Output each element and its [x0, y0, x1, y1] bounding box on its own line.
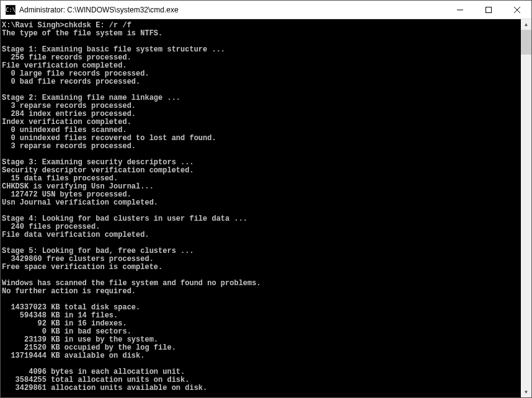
output-line: 92 KB in 16 indexes.	[2, 319, 127, 328]
output-line: 594348 KB in 14 files.	[2, 311, 118, 320]
output-line: No further action is required.	[2, 287, 136, 296]
output-line: 240 files processed.	[2, 223, 100, 231]
scroll-up-button[interactable]: ▲	[521, 19, 531, 30]
output-line: 127472 USN bytes processed.	[2, 190, 131, 199]
minimize-button[interactable]	[446, 1, 474, 19]
output-line: Usn Journal verification completed.	[2, 198, 158, 207]
scroll-down-button[interactable]: ▼	[521, 387, 531, 397]
output-line: 0 KB in bad sectors.	[2, 327, 131, 336]
window-controls	[446, 1, 531, 19]
output-line: 4096 bytes in each allocation unit.	[2, 368, 185, 376]
output-line: 23139 KB in use by the system.	[2, 335, 158, 344]
terminal-output[interactable]: X:\Ravi Singh>chkdsk E: /r /f The type o…	[1, 19, 521, 397]
output-line: Windows has scanned the file system and …	[2, 279, 261, 288]
output-line: Index verification completed.	[2, 118, 131, 126]
output-line: 14337023 KB total disk space.	[2, 303, 140, 312]
output-line: 3429860 free clusters processed.	[2, 255, 154, 263]
output-line: Free space verification is complete.	[2, 263, 162, 272]
output-line: 3429861 allocation units available on di…	[2, 384, 207, 392]
output-line: 0 bad file records processed.	[2, 77, 140, 86]
output-line: 15 data files processed.	[2, 174, 118, 183]
output-line: Stage 2: Examining file name linkage ...	[2, 94, 180, 102]
output-line: 0 large file records processed.	[2, 69, 149, 78]
cmd-icon: C:\	[6, 5, 16, 15]
output-line: 13719444 KB available on disk.	[2, 352, 144, 360]
output-line: Security descriptor verification complet…	[2, 166, 194, 175]
svg-rect-1	[486, 7, 492, 12]
cmd-window: C:\ Administrator: C:\WINDOWS\system32\c…	[0, 0, 532, 398]
command-text: chkdsk E: /r /f	[64, 21, 131, 30]
output-line: 0 unindexed files scanned.	[2, 126, 127, 135]
close-button[interactable]	[503, 1, 531, 19]
output-line: 256 file records processed.	[2, 53, 131, 62]
output-line: Stage 5: Looking for bad, free clusters …	[2, 247, 194, 255]
output-line: 3 reparse records processed.	[2, 142, 136, 151]
titlebar[interactable]: C:\ Administrator: C:\WINDOWS\system32\c…	[1, 1, 531, 19]
output-line: CHKDSK is verifying Usn Journal...	[2, 182, 154, 191]
output-line: File data verification completed.	[2, 231, 149, 239]
output-line: 284 index entries processed.	[2, 110, 136, 118]
output-line: Stage 4: Looking for bad clusters in use…	[2, 214, 247, 223]
output-line: 21520 KB occupied by the log file.	[2, 343, 176, 352]
maximize-button[interactable]	[474, 1, 503, 19]
terminal-area: X:\Ravi Singh>chkdsk E: /r /f The type o…	[1, 19, 531, 397]
output-line: Stage 3: Examining security descriptors …	[2, 158, 194, 167]
output-line: The type of the file system is NTFS.	[2, 29, 162, 38]
scroll-thumb[interactable]	[521, 30, 531, 55]
output-line: 3584255 total allocation units on disk.	[2, 376, 189, 384]
prompt-line: X:\Ravi Singh>	[2, 21, 64, 30]
output-line: 0 unindexed files recovered to lost and …	[2, 134, 216, 143]
vertical-scrollbar[interactable]: ▲ ▼	[521, 19, 531, 397]
output-line: Stage 1: Examining basic file system str…	[2, 45, 225, 54]
output-line: File verification completed.	[2, 61, 127, 70]
window-title: Administrator: C:\WINDOWS\system32\cmd.e…	[19, 6, 446, 14]
output-line: 3 reparse records processed.	[2, 102, 136, 110]
